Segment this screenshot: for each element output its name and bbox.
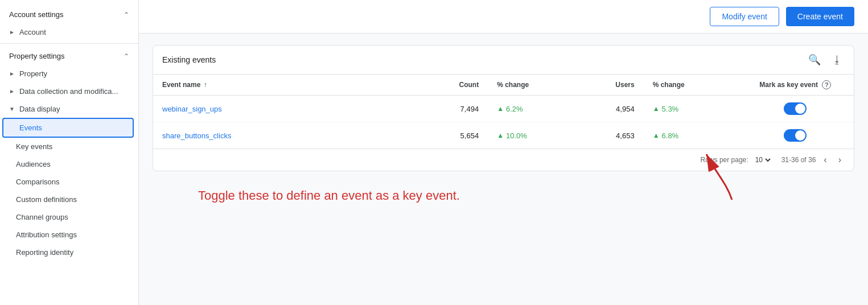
mark-as-key-event-help-icon[interactable]: ?	[822, 80, 831, 89]
sidebar-item-label: Events	[19, 123, 42, 132]
sidebar: Account settings ⌃ ► Account Property se…	[0, 0, 139, 305]
sidebar-item-events[interactable]: Events	[2, 118, 134, 138]
sidebar-item-label: Key events	[16, 142, 52, 151]
top-toolbar: Modify event Create event	[139, 0, 868, 34]
account-settings-chevron: ⌃	[124, 11, 129, 19]
key-event-toggle-2[interactable]	[784, 129, 807, 142]
sidebar-item-label: Property	[19, 69, 47, 78]
table-section-title: Existing events	[162, 55, 216, 64]
events-table: Event name ↑ Count % change Users	[153, 75, 854, 149]
pagination-info: 31-36 of 36 ‹ ›	[781, 154, 845, 166]
sidebar-item-label: Data display	[19, 105, 60, 113]
count-up-arrow-icon: ▲	[497, 105, 504, 113]
toggle-cell-2	[737, 122, 854, 149]
th-count-pct-change: % change	[488, 75, 581, 96]
users-change-cell: ▲ 6.8%	[644, 122, 737, 149]
sidebar-item-label: Custom definitions	[16, 195, 77, 204]
sidebar-item-channel-groups[interactable]: Channel groups	[0, 208, 134, 226]
sidebar-item-data-display[interactable]: ▼ Data display	[0, 100, 138, 118]
users-cell: 4,653	[581, 122, 643, 149]
account-settings-header[interactable]: Account settings ⌃	[0, 5, 138, 23]
property-settings-chevron: ⌃	[124, 52, 129, 60]
sidebar-item-attribution-settings[interactable]: Attribution settings	[0, 226, 134, 244]
annotation-text: Toggle these to define an event as a key…	[198, 188, 460, 203]
content-area: Existing events 🔍 ⭳ Event name ↑ Count	[139, 34, 868, 305]
sidebar-item-label: Attribution settings	[16, 230, 77, 239]
property-arrow-icon: ►	[9, 71, 15, 77]
sidebar-item-key-events[interactable]: Key events	[0, 138, 134, 155]
sidebar-item-comparisons[interactable]: Comparisons	[0, 173, 134, 191]
sidebar-item-label: Comparisons	[16, 178, 60, 186]
users-cell: 4,954	[581, 96, 643, 122]
search-icon[interactable]: 🔍	[806, 51, 823, 68]
toggle-slider-1	[784, 102, 807, 115]
key-event-toggle-1[interactable]	[784, 102, 807, 115]
sidebar-item-label: Audiences	[16, 160, 51, 168]
th-count: Count	[426, 75, 488, 96]
account-arrow-icon: ►	[9, 29, 15, 35]
download-icon[interactable]: ⭳	[830, 52, 845, 68]
users-change-cell: ▲ 5.3%	[644, 96, 737, 122]
sidebar-divider-1	[0, 43, 138, 44]
count-change-cell: ▲ 6.2%	[488, 96, 581, 122]
count-up-arrow-icon: ▲	[497, 131, 504, 139]
data-display-arrow-icon: ▼	[9, 106, 15, 112]
page-range: 31-36 of 36	[781, 156, 816, 164]
sidebar-item-audiences[interactable]: Audiences	[0, 155, 134, 173]
table-row: share_buttons_clicks 5,654 ▲ 10.0% 4,653	[153, 122, 854, 149]
th-users-pct-change: % change	[644, 75, 737, 96]
count-cell: 5,654	[426, 122, 488, 149]
table-header-row: Existing events 🔍 ⭳	[153, 46, 854, 75]
annotation-area: Toggle these to define an event as a key…	[153, 183, 854, 251]
sidebar-item-reporting-identity[interactable]: Reporting identity	[0, 244, 134, 261]
property-settings-label: Property settings	[9, 52, 65, 60]
sidebar-item-account[interactable]: ► Account	[0, 23, 138, 41]
prev-page-button[interactable]: ‹	[820, 154, 830, 166]
th-mark-as-key-event: Mark as key event ?	[737, 75, 854, 96]
account-settings-label: Account settings	[9, 10, 63, 19]
sidebar-item-label: Reporting identity	[16, 248, 73, 257]
table-footer: Rows per page: 10 25 50 31-36 of 36 ‹ ›	[153, 149, 854, 171]
events-table-card: Existing events 🔍 ⭳ Event name ↑ Count	[153, 45, 854, 171]
event-name-cell: share_buttons_clicks	[153, 122, 426, 149]
sidebar-item-label: Channel groups	[16, 213, 68, 221]
next-page-button[interactable]: ›	[835, 154, 845, 166]
sort-icon: ↑	[204, 81, 207, 89]
th-event-name[interactable]: Event name ↑	[153, 75, 426, 96]
sidebar-item-custom-definitions[interactable]: Custom definitions	[0, 191, 134, 208]
data-collection-arrow-icon: ►	[9, 88, 15, 94]
users-up-arrow-icon: ▲	[653, 105, 660, 113]
table-header-icons: 🔍 ⭳	[806, 51, 845, 68]
main-content: Modify event Create event Existing event…	[139, 0, 868, 305]
event-name-cell: webinar_sign_ups	[153, 96, 426, 122]
sidebar-item-label: Data collection and modifica...	[19, 87, 118, 96]
count-cell: 7,494	[426, 96, 488, 122]
toggle-slider-2	[784, 129, 807, 142]
create-event-button[interactable]: Create event	[786, 7, 854, 26]
rows-per-page-select[interactable]: 10 25 50	[753, 155, 772, 164]
th-users: Users	[581, 75, 643, 96]
count-change-cell: ▲ 10.0%	[488, 122, 581, 149]
modify-event-button[interactable]: Modify event	[710, 7, 779, 26]
sidebar-item-label: Account	[19, 28, 46, 36]
sidebar-item-data-collection[interactable]: ► Data collection and modifica...	[0, 83, 138, 100]
users-up-arrow-icon: ▲	[653, 131, 660, 139]
property-settings-header[interactable]: Property settings ⌃	[0, 46, 138, 65]
toggle-cell-1	[737, 96, 854, 122]
table-row: webinar_sign_ups 7,494 ▲ 6.2% 4,954	[153, 96, 854, 122]
sidebar-item-property[interactable]: ► Property	[0, 65, 138, 83]
